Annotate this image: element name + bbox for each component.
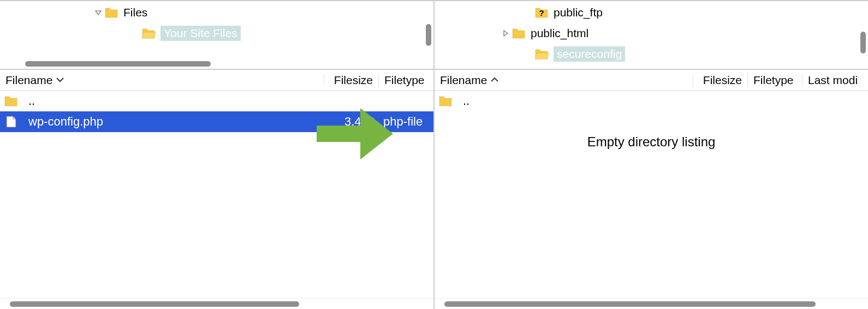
parent-dir-label: .. (463, 94, 469, 108)
chevron-down-icon[interactable] (93, 9, 104, 16)
parent-dir-row[interactable]: .. (0, 91, 433, 111)
parent-dir-row[interactable]: .. (435, 91, 868, 111)
tree-item-label: Files (123, 6, 147, 19)
scrollbar-thumb[interactable] (10, 301, 299, 307)
file-row[interactable]: wp-config.php3,402php-file (0, 111, 433, 132)
tree-item[interactable]: public_html (435, 23, 868, 44)
column-label: Filetype (384, 74, 425, 86)
column-label: Filetype (753, 74, 794, 86)
scrollbar-thumb[interactable] (25, 61, 211, 67)
scrollbar-thumb[interactable] (860, 32, 866, 54)
column-filename[interactable]: Filename (435, 74, 693, 87)
local-pane: FilesYour Site Files Filename FilesizeFi… (0, 0, 435, 309)
file-size: 3,402 (324, 115, 379, 129)
chevron-right-icon[interactable] (500, 29, 511, 37)
scrollbar-thumb[interactable] (426, 24, 431, 46)
tree-vscrollbar[interactable] (859, 2, 867, 62)
tree-item-label: public_html (531, 27, 588, 40)
remote-column-header[interactable]: Filename FilesizeFiletypeLast modi (435, 70, 868, 91)
remote-tree[interactable]: public_ftppublic_htmlsecureconfig (435, 0, 868, 70)
column-label: Filesize (334, 74, 373, 86)
tree-hscrollbar[interactable] (3, 60, 430, 68)
tree-item-label: public_ftp (554, 6, 603, 19)
local-file-list[interactable]: .. wp-config.php3,402php-file (0, 91, 433, 298)
column-label: Filesize (703, 74, 742, 86)
column-lastmod[interactable]: Last modi (802, 74, 868, 87)
list-hscrollbar[interactable] (438, 300, 865, 308)
column-filetype[interactable]: Filetype (379, 74, 433, 87)
folder-icon (3, 94, 19, 108)
tree-item[interactable]: public_ftp (435, 2, 868, 23)
folder-icon (104, 6, 119, 19)
file-icon (3, 115, 19, 128)
list-hscrollbar[interactable] (3, 300, 430, 308)
folder-icon (438, 94, 453, 108)
tree-vscrollbar[interactable] (425, 2, 432, 51)
column-label: Filename (5, 74, 52, 87)
scrollbar-thumb[interactable] (444, 301, 816, 307)
column-filename[interactable]: Filename (0, 74, 324, 87)
folder-open-icon (141, 27, 156, 40)
local-column-header[interactable]: Filename FilesizeFiletype (0, 70, 433, 91)
column-filesize[interactable]: Filesize (693, 74, 748, 87)
empty-directory-message: Empty directory listing (435, 134, 868, 150)
file-type: php-file (379, 115, 433, 129)
tree-item[interactable]: Files (0, 2, 433, 23)
column-filetype[interactable]: Filetype (748, 74, 802, 87)
sort-asc-icon (490, 76, 499, 85)
remote-pane: public_ftppublic_htmlsecureconfig Filena… (435, 0, 868, 309)
column-filesize[interactable]: Filesize (324, 74, 379, 87)
column-label: Filename (440, 74, 487, 87)
folder-icon (511, 27, 526, 40)
folder-unknown-icon (534, 6, 549, 19)
remote-file-list[interactable]: .. Empty directory listing (435, 91, 868, 298)
tree-item-label: secureconfig (554, 46, 625, 62)
sort-desc-icon (56, 76, 64, 85)
folder-open-icon (534, 47, 549, 61)
local-tree[interactable]: FilesYour Site Files (0, 0, 433, 70)
tree-item[interactable]: secureconfig (435, 44, 868, 64)
column-label: Last modi (808, 74, 858, 86)
tree-item-label: Your Site Files (160, 26, 241, 41)
file-name: wp-config.php (28, 115, 103, 129)
tree-item[interactable]: Your Site Files (0, 23, 433, 44)
parent-dir-label: .. (28, 94, 35, 108)
